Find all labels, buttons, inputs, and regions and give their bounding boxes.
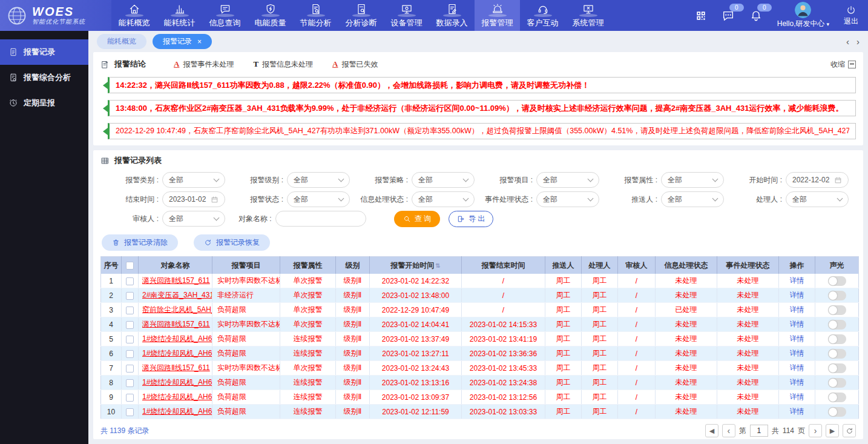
row-checkbox[interactable] bbox=[126, 379, 134, 387]
main-menu-item[interactable]: 报警管理 bbox=[475, 0, 520, 31]
prev-page-button[interactable]: ‹ bbox=[722, 424, 735, 437]
filter-control[interactable]: 全部 bbox=[287, 191, 350, 207]
tab-scroll-left-icon[interactable]: ‹ bbox=[846, 37, 849, 46]
conclusion-filter-link[interactable]: T 报警信息未处理 bbox=[253, 59, 313, 70]
main-menu-item[interactable]: 数据录入 bbox=[429, 0, 475, 31]
user-menu[interactable]: Hello,研发中心 ▾ bbox=[777, 2, 829, 29]
detail-link[interactable]: 详情 bbox=[790, 320, 804, 328]
sound-light-toggle[interactable] bbox=[828, 320, 846, 330]
conclusion-filter-link[interactable]: A 报警事件未处理 bbox=[174, 59, 234, 70]
object-name-link[interactable]: 2#南变压器_3AH_431 bbox=[142, 291, 212, 299]
filter-control[interactable]: 全部 bbox=[536, 191, 599, 207]
sidebar-item[interactable]: 定期呈报 bbox=[0, 90, 88, 116]
object-name-link[interactable]: 潞兴回路Ⅱ线157_611 bbox=[142, 276, 210, 285]
auditor-cell: / bbox=[618, 332, 656, 346]
sound-light-toggle[interactable] bbox=[828, 407, 846, 417]
filter-group: 处理人 : 全部 bbox=[724, 191, 849, 207]
sound-light-toggle[interactable] bbox=[828, 378, 846, 388]
row-checkbox[interactable] bbox=[126, 321, 134, 329]
info-status-cell: 未处理 bbox=[656, 390, 717, 405]
last-page-button[interactable]: ▶ bbox=[826, 424, 839, 437]
filter-control[interactable]: 2023-01-02 bbox=[162, 191, 225, 207]
filter-control[interactable]: 全部 bbox=[412, 191, 475, 207]
conclusion-title: 报警结论 bbox=[114, 59, 146, 70]
row-checkbox[interactable] bbox=[126, 306, 134, 314]
row-checkbox[interactable] bbox=[126, 350, 134, 358]
first-page-button[interactable]: ◀ bbox=[705, 424, 718, 437]
sidebar-item[interactable]: 报警综合分析 bbox=[0, 65, 88, 90]
detail-link[interactable]: 详情 bbox=[790, 276, 804, 285]
main-menu-item[interactable]: 分析诊断 bbox=[338, 0, 384, 31]
sidebar-item[interactable]: 报警记录 bbox=[0, 39, 88, 65]
filter-control[interactable]: 全部 bbox=[412, 172, 475, 188]
collapse-button[interactable]: 收缩 bbox=[830, 59, 856, 70]
filter-control[interactable]: 全部 bbox=[661, 191, 724, 207]
object-name-link[interactable]: 1#烧结冷却风机_AH6_... bbox=[142, 349, 212, 357]
sound-light-toggle[interactable] bbox=[828, 349, 846, 359]
detail-link[interactable]: 详情 bbox=[790, 334, 804, 343]
main-menu-item[interactable]: 能耗统计 bbox=[157, 0, 202, 31]
main-menu-item[interactable]: 节能分析 bbox=[293, 0, 338, 31]
object-name-link[interactable]: 潞兴回路Ⅱ线157_611 bbox=[142, 363, 210, 372]
sound-light-toggle[interactable] bbox=[828, 305, 846, 315]
filter-control[interactable]: 全部 bbox=[162, 211, 225, 227]
select-all-checkbox[interactable] bbox=[126, 262, 134, 270]
filter-control[interactable]: 全部 bbox=[786, 191, 849, 207]
filter-control[interactable]: 全部 bbox=[162, 172, 225, 188]
logout-button[interactable]: 退出 bbox=[844, 5, 858, 27]
main-menu-item[interactable]: 电能质量 bbox=[248, 0, 293, 31]
detail-link[interactable]: 详情 bbox=[790, 378, 804, 386]
page-input[interactable] bbox=[750, 425, 768, 437]
row-checkbox[interactable] bbox=[126, 336, 134, 343]
next-page-button[interactable]: › bbox=[809, 424, 822, 437]
tab-scroll-right-icon[interactable]: › bbox=[856, 37, 860, 46]
row-checkbox[interactable] bbox=[126, 292, 134, 300]
row-checkbox[interactable] bbox=[126, 394, 134, 402]
export-button[interactable]: 导 出 bbox=[449, 211, 493, 227]
restore-records-button[interactable]: 报警记录恢复 bbox=[194, 234, 270, 251]
page-tab[interactable]: 能耗概览 × bbox=[97, 34, 146, 49]
header-start-time[interactable]: 报警开始时间⇅ bbox=[370, 257, 462, 274]
qr-code-icon[interactable] bbox=[695, 10, 707, 22]
sound-light-toggle[interactable] bbox=[828, 276, 846, 286]
object-name-link[interactable]: 潞兴回路Ⅱ线157_611 bbox=[142, 320, 210, 328]
object-name-link[interactable]: 1#烧结冷却风机_AH6_... bbox=[142, 393, 212, 401]
search-button[interactable]: 查 询 bbox=[394, 211, 440, 227]
messages-button[interactable]: 0 bbox=[722, 9, 735, 22]
filter-control[interactable] bbox=[275, 211, 366, 227]
sound-light-toggle[interactable] bbox=[828, 393, 846, 402]
detail-link[interactable]: 详情 bbox=[790, 363, 804, 372]
object-name-link[interactable]: 1#烧结冷却风机_AH6_... bbox=[142, 407, 212, 416]
detail-link[interactable]: 详情 bbox=[790, 407, 804, 416]
row-checkbox[interactable] bbox=[126, 365, 134, 373]
level-cell: 级别Ⅱ bbox=[336, 346, 370, 361]
filter-control[interactable]: 全部 bbox=[536, 172, 599, 188]
detail-link[interactable]: 详情 bbox=[790, 349, 804, 357]
page-tab[interactable]: 报警记录 × bbox=[153, 34, 212, 49]
row-checkbox[interactable] bbox=[126, 408, 134, 416]
object-name-link[interactable]: 窑前除尘北风机_5AH_... bbox=[142, 305, 212, 314]
sort-icon[interactable]: ⇅ bbox=[435, 262, 440, 269]
filter-control[interactable]: 2022-12-02 bbox=[786, 172, 849, 188]
filter-control[interactable]: 全部 bbox=[661, 172, 724, 188]
object-name-link[interactable]: 1#烧结冷却风机_AH6_... bbox=[142, 334, 212, 343]
row-checkbox[interactable] bbox=[126, 277, 134, 285]
detail-link[interactable]: 详情 bbox=[790, 305, 804, 314]
object-name-link[interactable]: 1#烧结冷却风机_AH6_... bbox=[142, 378, 212, 386]
notifications-button[interactable]: 0 bbox=[749, 9, 763, 22]
detail-link[interactable]: 详情 bbox=[790, 291, 804, 299]
main-menu-item[interactable]: 设备管理 bbox=[384, 0, 429, 31]
main-menu-item[interactable]: 客户互动 bbox=[520, 0, 565, 31]
conclusion-filter-link[interactable]: A 报警已失效 bbox=[332, 59, 378, 70]
main-menu-item[interactable]: 系统管理 bbox=[565, 0, 611, 31]
main-menu-item[interactable]: 能耗概览 bbox=[111, 0, 157, 31]
sound-light-toggle[interactable] bbox=[828, 363, 846, 373]
detail-link[interactable]: 详情 bbox=[790, 393, 804, 401]
close-icon[interactable]: × bbox=[197, 38, 202, 45]
sound-light-toggle[interactable] bbox=[828, 334, 846, 344]
main-menu-item[interactable]: 信息查询 bbox=[202, 0, 248, 31]
sound-light-toggle[interactable] bbox=[828, 291, 846, 300]
clear-records-button[interactable]: 报警记录清除 bbox=[102, 234, 178, 251]
filter-control[interactable]: 全部 bbox=[287, 172, 350, 188]
refresh-button[interactable] bbox=[843, 424, 856, 437]
